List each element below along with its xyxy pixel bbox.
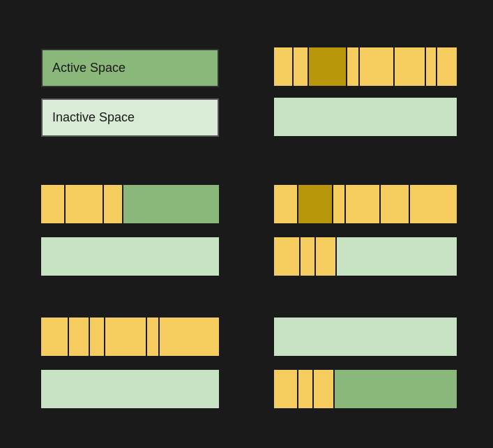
seg	[123, 185, 219, 223]
legend-active-bar: Active Space	[41, 49, 219, 87]
seg	[426, 47, 437, 86]
row3-right-top	[274, 318, 457, 356]
row1-right-inactive	[274, 98, 457, 136]
seg	[337, 237, 457, 276]
seg	[298, 185, 333, 223]
seg	[274, 370, 298, 408]
legend-inactive-bar: Inactive Space	[41, 98, 219, 137]
seg	[333, 185, 346, 223]
seg	[90, 318, 105, 356]
row2-right-top	[274, 185, 457, 223]
legend-active-label: Active Space	[52, 61, 126, 75]
seg	[274, 237, 301, 276]
seg	[41, 318, 69, 356]
row1-right-active	[274, 47, 457, 86]
row2-left-bot	[41, 237, 219, 276]
row3-right-bot	[274, 370, 457, 408]
row2-right-bot	[274, 237, 457, 276]
seg	[316, 237, 337, 276]
seg	[294, 47, 309, 86]
seg	[105, 318, 147, 356]
seg	[360, 47, 395, 86]
seg	[381, 185, 410, 223]
seg	[346, 185, 381, 223]
seg	[274, 318, 457, 356]
seg	[298, 370, 314, 408]
seg	[309, 47, 347, 86]
seg	[41, 185, 66, 223]
seg	[41, 237, 219, 276]
seg	[274, 185, 298, 223]
seg	[335, 370, 457, 408]
row3-left-bot	[41, 370, 219, 408]
seg	[301, 237, 316, 276]
seg	[314, 370, 335, 408]
row3-left-top	[41, 318, 219, 356]
seg	[347, 47, 360, 86]
seg	[69, 318, 90, 356]
seg	[274, 98, 457, 136]
seg	[66, 185, 104, 223]
legend-inactive-label: Inactive Space	[52, 110, 135, 125]
seg	[410, 185, 457, 223]
seg	[104, 185, 123, 223]
seg	[437, 47, 457, 86]
row2-left-top	[41, 185, 219, 223]
seg	[147, 318, 160, 356]
canvas: Active Space Inactive Space	[0, 0, 493, 448]
seg	[274, 47, 294, 86]
seg	[41, 370, 219, 408]
seg	[160, 318, 219, 356]
seg	[395, 47, 426, 86]
